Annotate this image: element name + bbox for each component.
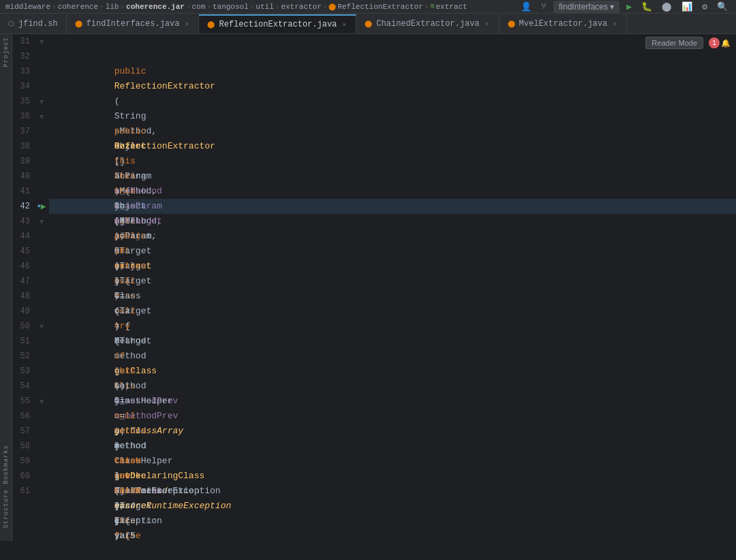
code-line-47 [49,274,736,289]
code-line-40: } [49,169,736,184]
code-line-39: this . m_nTarget = nTarget ; [49,154,736,169]
code-line-54 [49,379,736,394]
ln-47: 47 [12,274,34,289]
gutter-33 [34,64,49,79]
ln-60: 60 [12,469,34,484]
breadcrumb-extractor[interactable]: extractor [281,3,321,11]
gutter-50: ▽ [34,319,49,334]
tab-reflectionextractor[interactable]: ⬤ ReflectionExtractor.java ✕ [199,14,356,33]
breadcrumb-class[interactable]: ReflectionExtractor [337,3,423,11]
sep7: › [275,3,280,11]
gutter-45 [34,244,49,259]
code-line-57: throw new RuntimeException ( this . sugg… [49,424,736,439]
reader-mode-button[interactable]: Reader Mode [645,37,703,49]
tab-chainedextractor-close[interactable]: ✕ [484,19,491,29]
sep4: › [186,3,191,11]
editor[interactable]: Reader Mode 1 🔔 31 32 33 34 35 36 37 38 … [12,34,736,541]
ln-51: 51 [12,334,34,349]
gutter-58 [34,439,49,454]
gutter-34 [34,79,49,94]
breadcrumb-tangosol[interactable]: tangosol [213,3,249,11]
search-icon[interactable]: 🔍 [714,0,731,14]
gutter-37 [34,124,49,139]
tab-findinterfaces-close[interactable]: ✕ [183,19,190,29]
gutter-38 [34,139,49,154]
gutter-42: ● ▶ [34,199,49,214]
user-icon[interactable]: 👤 [518,0,534,14]
code-line-48: try { [49,289,736,304]
gutter-56 [34,409,49,424]
coverage-icon[interactable]: ⬤ [659,0,675,14]
code-line-50: if ( method == null || method . getDecla… [49,319,736,334]
tab-chainedextractor[interactable]: ⬤ ChainedExtractor.java ✕ [356,14,499,33]
gutter-32 [34,49,49,64]
ln-61: 61 [12,484,34,499]
gutter-47 [34,274,49,289]
ln-35: 35 [12,94,34,109]
code-line-56: } catch ( NullPointerException var4 ) { [49,409,736,424]
sep8: › [323,3,328,11]
tab-mvelextractor[interactable]: ⬤ MvelExtractor.java ✕ [500,14,628,33]
ln-32: 32 [12,49,34,64]
sep3: › [120,3,125,11]
ln-39: 39 [12,154,34,169]
tab-chainedextractor-label: ChainedExtractor.java [376,19,479,29]
code-line-51: this . m_methodPrev = method = ClassHelp… [49,334,736,349]
fold-43[interactable]: ▽ [40,218,43,225]
run-marker-42[interactable]: ▶ [41,201,46,212]
ln-38: 38 [12,139,34,154]
code-line-37: this . m_sMethod = sMethod ; [49,124,736,139]
tab-mvelextractor-close[interactable]: ✕ [611,19,618,29]
gutter-41 [34,184,49,199]
ln-55: 55 [12,394,34,409]
ln-49: 49 [12,304,34,319]
fold-35[interactable]: ▽ [40,98,43,106]
breadcrumb-jar[interactable]: coherence.jar [126,3,185,11]
left-sidebar: Project Bookmarks Structure [0,34,12,541]
sidebar-project-label[interactable]: Project [3,37,10,67]
tab-findinterfaces[interactable]: ⬤ findInterfaces.java ✕ [67,14,200,33]
method-icon: m [430,3,434,10]
code-lines: public ReflectionExtractor ( String sMet… [49,34,736,541]
tab-mvelextractor-label: MvelExtractor.java [519,19,608,29]
gutter-52 [34,349,49,364]
fold-31[interactable]: ▽ [40,38,43,46]
sidebar-structure-label[interactable]: Structure [3,489,10,529]
gutter-40 [34,169,49,184]
ln-46: 46 [12,259,34,274]
ln-34: 34 [12,79,34,94]
ln-57: 57 [12,424,34,439]
code-area[interactable]: 31 32 33 34 35 36 37 38 39 40 41 42 43 4… [12,34,736,541]
ln-36: 36 [12,109,34,124]
settings-icon[interactable]: ⚙ [699,0,710,14]
breadcrumb-util[interactable]: util [256,3,273,11]
profile-icon[interactable]: 📊 [679,0,695,14]
gutter-51 [34,334,49,349]
fold-55[interactable]: ▽ [40,398,43,405]
code-line-35: public ReflectionExtractor ( String sMet… [49,94,736,109]
breadcrumb-middleware[interactable]: middleware [5,3,50,11]
notification-icon[interactable]: 🔔 [721,39,731,48]
run-button[interactable]: ▶ [624,0,634,14]
sep9: › [425,3,429,11]
branch-icon[interactable]: ⑂ [538,0,549,13]
gutter-57 [34,424,49,439]
find-interfaces-dropdown[interactable]: findInterfaces ▾ [553,1,619,13]
gutter-39 [34,154,49,169]
code-line-34 [49,79,736,94]
tab-reflectionextractor-close[interactable]: ✕ [341,20,348,29]
breadcrumb-lib[interactable]: lib [106,3,119,11]
notification-badge: 1 [709,37,720,48]
breadcrumb-coherence[interactable]: coherence [58,3,98,11]
sidebar-bookmarks-label[interactable]: Bookmarks [3,445,10,484]
fold-50[interactable]: ▽ [40,323,43,330]
tab-jfind[interactable]: ⬡ jfind.sh [0,14,67,33]
code-line-60: } [49,469,736,484]
breadcrumb-method[interactable]: extract [435,3,467,11]
fold-36[interactable]: ▽ [40,113,43,121]
ln-31: 31 [12,34,34,49]
code-line-42: public E extract ( T oTarget ) { [49,199,736,214]
breadcrumb-com[interactable]: com [192,3,206,11]
debug-icon[interactable]: 🐛 [639,0,655,14]
gutter-31: ▽ [34,34,49,49]
